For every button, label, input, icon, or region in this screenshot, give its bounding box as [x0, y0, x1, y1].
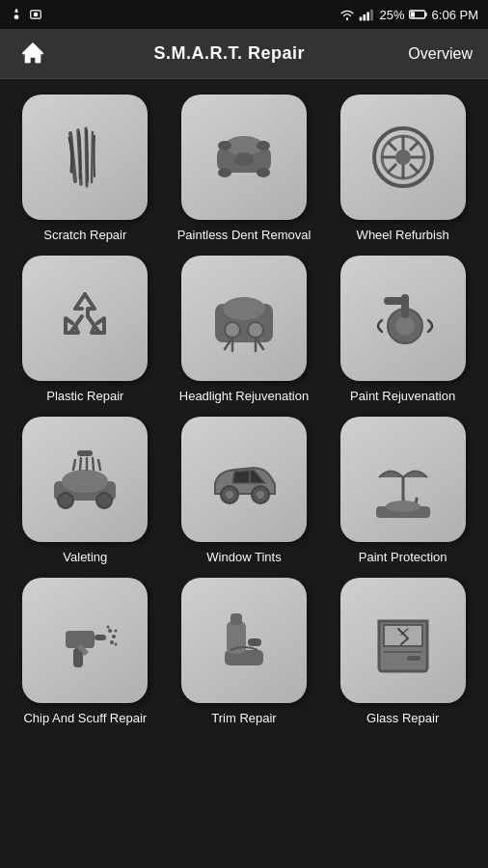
svg-point-67 [108, 629, 112, 633]
grid-item-chip-scuff[interactable]: Chip And Scuff Repair [12, 578, 159, 727]
seat-icon [205, 602, 283, 679]
svg-line-30 [388, 142, 396, 150]
home-icon [19, 41, 46, 68]
svg-rect-5 [363, 14, 366, 20]
screenshot-icon [29, 8, 42, 21]
svg-marker-11 [23, 43, 43, 63]
glass-repair-icon-box [340, 578, 466, 703]
svg-point-71 [115, 629, 118, 632]
svg-point-25 [395, 149, 411, 165]
svg-point-36 [225, 322, 240, 338]
paint-rejuvenation-icon-box [340, 256, 466, 381]
svg-point-20 [257, 168, 270, 177]
app-header: S.M.A.R.T. Repair Overview [0, 29, 488, 79]
paint-rejuvenation-label: Paint Rejuvenation [350, 389, 455, 405]
svg-rect-75 [230, 613, 242, 625]
grid-item-headlight[interactable]: Headlight Rejuvenation [171, 256, 318, 405]
polisher-icon [365, 280, 442, 357]
svg-point-49 [96, 493, 112, 508]
svg-point-59 [226, 491, 233, 499]
svg-point-48 [58, 493, 73, 508]
svg-point-43 [395, 316, 415, 336]
tints-icon [205, 441, 283, 518]
scratch-repair-icon-box [22, 95, 148, 220]
svg-rect-6 [366, 12, 369, 20]
svg-point-21 [218, 141, 231, 150]
grid-item-paintless-dent[interactable]: Paintless Dent Removal [171, 95, 318, 244]
plastic-repair-label: Plastic Repair [46, 389, 123, 405]
home-button[interactable] [15, 37, 50, 71]
paintless-dent-label: Paintless Dent Removal [177, 228, 312, 244]
valeting-label: Valeting [63, 550, 107, 566]
svg-rect-65 [95, 635, 106, 640]
battery-icon [409, 9, 428, 20]
paint-protection-label: Paint Protection [359, 550, 447, 566]
svg-rect-9 [411, 12, 415, 16]
scratch-icon [46, 119, 123, 196]
grid-item-paint-rejuvenation[interactable]: Paint Rejuvenation [329, 256, 476, 405]
grid-item-window-tints[interactable]: Window Tints [171, 417, 318, 566]
grid-item-trim-repair[interactable]: Trim Repair [171, 578, 318, 727]
dent-icon [205, 119, 283, 196]
grid-item-plastic-repair[interactable]: Plastic Repair [12, 256, 159, 405]
protection-icon [365, 441, 442, 518]
trim-repair-label: Trim Repair [211, 711, 276, 727]
trim-repair-icon-box [181, 578, 307, 703]
grid-item-paint-protection[interactable]: Paint Protection [329, 417, 476, 566]
grid-item-scratch-repair[interactable]: Scratch Repair [12, 95, 159, 244]
signal-icon [359, 8, 376, 21]
headlight-icon [205, 280, 283, 357]
usb-icon [10, 8, 23, 21]
status-right: 25% 6:06 PM [339, 8, 478, 22]
svg-point-70 [107, 625, 110, 628]
status-bar: 25% 6:06 PM [0, 0, 488, 29]
grid-item-valeting[interactable]: Valeting [12, 417, 159, 566]
wheel-icon [365, 119, 442, 196]
svg-rect-50 [77, 450, 93, 456]
headlight-icon-box [181, 256, 307, 381]
plastic-repair-icon-box [22, 256, 148, 381]
scratch-repair-label: Scratch Repair [43, 228, 126, 244]
grid-item-wheel-refurbish[interactable]: Wheel Refurbish [329, 95, 476, 244]
svg-point-1 [15, 9, 17, 11]
svg-point-35 [223, 297, 265, 320]
svg-point-19 [218, 168, 231, 177]
battery-text: 25% [380, 8, 405, 22]
recycle-icon [46, 280, 123, 357]
paint-protection-icon-box [340, 417, 466, 542]
app-title: S.M.A.R.T. Repair [153, 43, 305, 64]
wash-icon [46, 441, 123, 518]
svg-line-15 [92, 132, 93, 182]
services-grid: Scratch Repair Paintless Dent Removal [0, 79, 488, 743]
svg-line-52 [80, 458, 81, 470]
wheel-refurbish-label: Wheel Refurbish [357, 228, 449, 244]
svg-rect-77 [407, 656, 420, 661]
svg-point-3 [34, 13, 39, 17]
svg-line-32 [410, 142, 419, 150]
svg-point-60 [257, 491, 264, 499]
svg-point-72 [115, 642, 118, 645]
overview-button[interactable]: Overview [408, 45, 473, 63]
svg-rect-7 [370, 10, 373, 21]
glass-icon [365, 602, 442, 679]
wifi-icon [339, 8, 355, 21]
svg-rect-4 [359, 17, 362, 21]
svg-point-47 [62, 470, 108, 493]
svg-rect-0 [14, 15, 18, 17]
grid-item-glass-repair[interactable]: Glass Repair [329, 578, 476, 727]
spray-icon [46, 602, 123, 679]
svg-line-54 [93, 458, 94, 470]
svg-rect-76 [248, 638, 261, 646]
chip-scuff-icon-box [22, 578, 148, 703]
svg-line-55 [98, 460, 100, 470]
svg-rect-10 [424, 13, 426, 16]
window-tints-icon-box [181, 417, 307, 542]
svg-line-33 [388, 164, 396, 173]
svg-point-69 [110, 640, 114, 644]
svg-point-18 [234, 152, 254, 166]
glass-repair-label: Glass Repair [366, 711, 439, 727]
svg-point-63 [386, 501, 420, 512]
svg-rect-45 [384, 297, 405, 305]
time-display: 6:06 PM [432, 8, 478, 22]
window-tints-label: Window Tints [206, 550, 281, 566]
